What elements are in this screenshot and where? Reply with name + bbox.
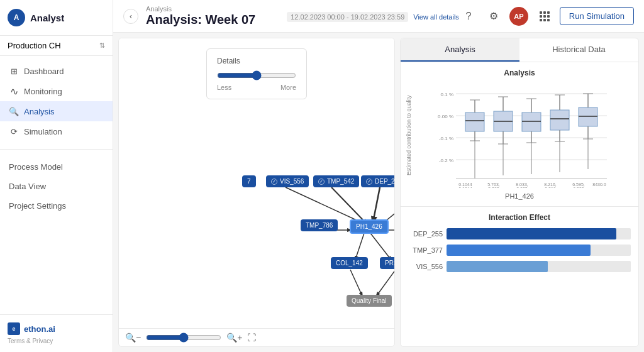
- svg-rect-35: [522, 113, 541, 131]
- bar-fill: [447, 261, 548, 272]
- svg-line-9: [375, 270, 394, 297]
- svg-text:6.595: 6.595: [573, 187, 584, 188]
- sidebar-item-label: Project Settings: [9, 201, 66, 211]
- brand-logo: e ethon.ai: [8, 322, 105, 335]
- tab-analysis[interactable]: Analysis: [401, 38, 519, 62]
- terms-link[interactable]: Terms & Privacy: [8, 338, 105, 344]
- svg-text:8.216: 8.216: [545, 187, 556, 188]
- svg-text:6.595,: 6.595,: [572, 182, 585, 187]
- dag-node-tmp786[interactable]: TMP_786: [301, 219, 338, 231]
- svg-rect-21: [465, 113, 484, 131]
- chart-y-label: Estimated contribution to quality: [406, 81, 416, 190]
- right-tabs: Analysis Historical Data: [401, 38, 638, 62]
- project-selector[interactable]: Production CH ⇅: [0, 36, 113, 56]
- chart-x-label: PH1_426: [406, 192, 633, 200]
- main-content: ‹ Analysis Analysis: Week 07 12.02.2023 …: [113, 0, 644, 352]
- svg-text:8430.0: 8430.0: [592, 182, 606, 187]
- app-name: Analyst: [30, 13, 64, 23]
- graph-controls: 🔍− 🔍+ ⛶: [119, 328, 394, 346]
- dag-node-prs142[interactable]: PRS_142: [380, 257, 394, 269]
- details-box: Details Less More: [206, 48, 307, 99]
- sidebar-item-label: Analysis: [24, 107, 54, 116]
- avatar[interactable]: AP: [509, 7, 528, 26]
- topbar-info: Analysis Analysis: Week 07: [146, 5, 287, 27]
- svg-text:0.1044: 0.1044: [458, 187, 472, 188]
- grid-menu-button[interactable]: [535, 7, 553, 26]
- fit-screen-icon[interactable]: ⛶: [247, 333, 256, 343]
- node-label: 7: [247, 178, 251, 185]
- sidebar-divider: [0, 149, 113, 150]
- svg-text:-0.2 %: -0.2 %: [439, 158, 453, 163]
- node-label: TMP_786: [306, 222, 333, 229]
- svg-text:0.1 %: 0.1 %: [441, 92, 453, 97]
- sidebar-item-simulation[interactable]: ⟳ Simulation: [0, 121, 113, 141]
- node-check-icon: ✓: [318, 179, 325, 185]
- svg-text:5.763,: 5.763,: [487, 182, 500, 187]
- bar-row: TMP_377: [408, 245, 631, 256]
- sidebar-footer: e ethon.ai Terms & Privacy: [0, 314, 113, 352]
- dag-node-tmp542[interactable]: ✓ TMP_542: [313, 175, 359, 187]
- svg-text:-0.1 %: -0.1 %: [439, 136, 453, 141]
- bar-track: [447, 228, 631, 239]
- bar-label: VIS_556: [408, 263, 443, 270]
- svg-text:8.216,: 8.216,: [544, 182, 557, 187]
- zoom-slider[interactable]: [146, 333, 221, 343]
- process-section: Process Model Data View Project Settings: [0, 152, 113, 221]
- dag-node-phi426[interactable]: PH1_426: [350, 219, 389, 234]
- back-button[interactable]: ‹: [123, 9, 138, 24]
- grid-icon: [540, 11, 548, 21]
- app-logo: A: [8, 9, 25, 26]
- node-label: COL_142: [336, 260, 363, 267]
- chevron-icon: ⇅: [99, 41, 105, 50]
- topbar: ‹ Analysis Analysis: Week 07 12.02.2023 …: [113, 0, 644, 33]
- node-label: VIS_556: [280, 178, 304, 185]
- dag-node-7[interactable]: 7: [242, 175, 256, 187]
- sidebar-item-monitoring[interactable]: ∿ Monitoring: [0, 81, 113, 101]
- bar-row: VIS_556: [408, 261, 631, 272]
- tab-historical[interactable]: Historical Data: [519, 38, 638, 62]
- dag-node-vis556[interactable]: ✓ VIS_556: [266, 175, 309, 187]
- page-title: Analysis: Week 07: [146, 13, 287, 27]
- dag-graph[interactable]: Details Less More: [119, 38, 394, 328]
- sidebar-item-label: Monitoring: [24, 87, 62, 96]
- node-label: PH1_426: [356, 223, 382, 230]
- sidebar-item-label: Data View: [9, 182, 46, 191]
- zoom-out-icon[interactable]: 🔍−: [125, 333, 141, 343]
- interaction-area: Interaction Effect DEP_255 TMP_377: [401, 207, 638, 346]
- right-content: Analysis Estimated contribution to quali…: [401, 62, 638, 346]
- brand-icon: e: [8, 322, 20, 335]
- sidebar-header: A Analyst: [0, 0, 113, 36]
- zoom-in-icon[interactable]: 🔍+: [226, 333, 242, 343]
- node-label: Quality Final: [352, 297, 387, 304]
- run-simulation-button[interactable]: Run Simulation: [560, 7, 634, 25]
- chart-container: Estimated contribution to quality 0.1: [406, 81, 633, 190]
- topbar-actions: ? ⚙ AP Run Simulation: [459, 7, 634, 26]
- sidebar-item-process-model[interactable]: Process Model: [0, 157, 113, 177]
- svg-rect-49: [579, 107, 597, 126]
- right-panel: Analysis Historical Data Analysis Estima…: [400, 38, 639, 347]
- sidebar-item-analysis[interactable]: 🔍 Analysis: [0, 101, 113, 121]
- chart-area: Analysis Estimated contribution to quali…: [401, 62, 638, 207]
- node-check-icon: ✓: [366, 179, 372, 185]
- content-area: Details Less More: [113, 33, 644, 352]
- dag-node-quality-final[interactable]: Quality Final: [347, 295, 392, 307]
- sidebar-item-dashboard[interactable]: ⊞ Dashboard: [0, 61, 113, 81]
- details-slider[interactable]: [217, 70, 296, 80]
- sidebar-item-project-settings[interactable]: Project Settings: [0, 196, 113, 216]
- view-all-details-link[interactable]: View all details: [413, 13, 459, 21]
- project-name: Production CH: [8, 41, 61, 50]
- help-button[interactable]: ?: [459, 7, 478, 26]
- sidebar: A Analyst Production CH ⇅ ⊞ Dashboard ∿ …: [0, 0, 113, 352]
- node-check-icon: ✓: [271, 179, 277, 185]
- settings-button[interactable]: ⚙: [484, 7, 503, 26]
- bar-track: [447, 261, 631, 272]
- analysis-icon: 🔍: [9, 106, 19, 116]
- sidebar-item-data-view[interactable]: Data View: [0, 177, 113, 196]
- dag-node-col142[interactable]: COL_142: [331, 257, 368, 269]
- sidebar-item-label: Simulation: [24, 127, 62, 136]
- dag-node-dep255[interactable]: ✓ DEP_255: [361, 175, 394, 187]
- node-label: TMP_542: [327, 178, 354, 185]
- date-range: 12.02.2023 00:00 - 19.02.2023 23:59: [287, 12, 408, 22]
- svg-text:0.1044: 0.1044: [458, 182, 472, 187]
- bar-fill: [447, 228, 616, 239]
